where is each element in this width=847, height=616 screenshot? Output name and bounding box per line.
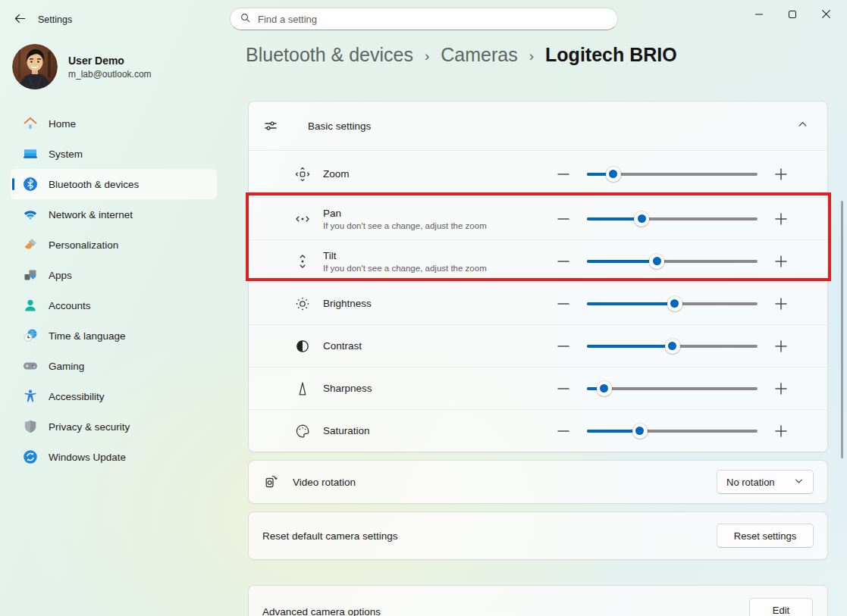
search-box[interactable] — [230, 8, 618, 30]
close-button[interactable] — [809, 3, 842, 27]
sidebar-item-gaming[interactable]: Gaming — [11, 351, 217, 381]
video-rotation-selected: No rotation — [726, 477, 775, 488]
basic-settings-header[interactable]: Basic settings — [249, 102, 827, 150]
breadcrumb-separator: › — [425, 48, 429, 64]
decrease-button[interactable] — [555, 253, 572, 270]
slider-thumb[interactable] — [667, 296, 682, 311]
breadcrumb-bluetooth-devices[interactable]: Bluetooth & devices — [246, 44, 413, 66]
sidebar-item-label: Windows Update — [49, 452, 126, 463]
close-icon — [821, 9, 831, 21]
sidebar-item-label: Privacy & security — [49, 421, 130, 433]
setting-row-tilt: Tilt If you don't see a change, adjust t… — [249, 239, 827, 282]
slider-track[interactable] — [587, 254, 758, 269]
increase-button[interactable] — [773, 338, 789, 355]
breadcrumb-cameras[interactable]: Cameras — [441, 44, 517, 66]
decrease-button[interactable] — [555, 423, 572, 439]
sharpness-icon — [294, 380, 311, 397]
chevron-up-icon — [797, 119, 808, 133]
sidebar-item-accounts[interactable]: Accounts — [11, 290, 217, 321]
increase-button[interactable] — [773, 253, 789, 270]
breadcrumb: Bluetooth & devices › Cameras › Logitech… — [246, 44, 677, 66]
video-rotation-icon — [262, 474, 279, 490]
saturation-icon — [294, 423, 311, 439]
setting-row-zoom: Zoom — [249, 150, 827, 197]
windows-update-icon — [23, 449, 38, 464]
tilt-icon — [294, 253, 311, 270]
slider-thumb[interactable] — [632, 424, 648, 439]
collapse-button[interactable] — [797, 119, 808, 133]
slider-control — [555, 166, 827, 183]
back-button[interactable] — [10, 10, 30, 30]
slider-thumb[interactable] — [606, 167, 621, 182]
increase-button[interactable] — [773, 423, 789, 439]
slider-control — [555, 211, 827, 227]
slider-fill — [587, 260, 657, 263]
decrease-button[interactable] — [555, 211, 572, 227]
setting-label: Saturation — [323, 425, 370, 436]
setting-label: Tilt — [323, 250, 487, 261]
slider-thumb[interactable] — [665, 339, 680, 354]
sidebar-item-personalization[interactable]: Personalization — [11, 230, 217, 260]
sidebar-item-privacy-security[interactable]: Privacy & security — [11, 411, 217, 442]
increase-button[interactable] — [773, 166, 789, 183]
vertical-scrollbar[interactable] — [841, 201, 843, 458]
slider-thumb[interactable] — [597, 381, 612, 396]
increase-button[interactable] — [773, 380, 789, 397]
decrease-button[interactable] — [555, 380, 572, 397]
search-input[interactable] — [258, 14, 608, 25]
time-language-icon — [23, 328, 38, 343]
sidebar-item-label: Bluetooth & devices — [49, 179, 139, 190]
video-rotation-dropdown[interactable]: No rotation — [717, 470, 814, 494]
increase-button[interactable] — [773, 211, 789, 227]
advanced-options-card: Advanced camera options Edit — [248, 585, 828, 616]
slider-track[interactable] — [587, 167, 758, 182]
slider-thumb[interactable] — [649, 254, 664, 269]
maximize-button[interactable] — [776, 3, 809, 27]
decrease-button[interactable] — [555, 166, 572, 183]
reset-label: Reset default camera settings — [262, 530, 398, 542]
reset-settings-button[interactable]: Reset settings — [717, 524, 814, 548]
minimize-button[interactable] — [742, 3, 776, 27]
slider-track[interactable] — [587, 381, 758, 396]
page-title: Logitech BRIO — [545, 44, 677, 66]
sidebar-item-label: Apps — [49, 270, 72, 281]
sidebar-item-apps[interactable]: Apps — [11, 260, 217, 290]
sidebar-nav: Home System Bluetooth & devices Network … — [0, 108, 227, 472]
breadcrumb-separator: › — [529, 48, 534, 64]
setting-label: Sharpness — [323, 383, 372, 394]
sidebar-item-label: Time & language — [49, 330, 126, 342]
sidebar-item-label: Gaming — [49, 361, 84, 372]
setting-row-contrast: Contrast — [249, 324, 827, 367]
sidebar-item-label: System — [49, 149, 83, 160]
slider-control — [555, 253, 827, 270]
increase-button[interactable] — [773, 295, 789, 312]
slider-track[interactable] — [587, 424, 758, 439]
accessibility-icon — [23, 389, 38, 404]
sidebar-item-bluetooth-devices[interactable]: Bluetooth & devices — [11, 169, 217, 199]
slider-thumb[interactable] — [634, 211, 649, 227]
sidebar-item-system[interactable]: System — [11, 139, 217, 169]
basic-settings-title: Basic settings — [308, 120, 371, 132]
slider-control — [555, 423, 827, 439]
setting-label: Contrast — [323, 340, 362, 352]
user-profile[interactable]: User Demo m_lab@outlook.com — [12, 44, 152, 89]
sidebar-item-windows-update[interactable]: Windows Update — [11, 442, 217, 472]
user-name: User Demo — [68, 55, 152, 67]
setting-label: Zoom — [323, 168, 350, 180]
edit-button[interactable]: Edit — [749, 598, 813, 616]
sidebar-item-label: Accessibility — [49, 391, 105, 402]
sidebar-item-network-internet[interactable]: Network & internet — [11, 199, 217, 230]
slider-track[interactable] — [587, 296, 758, 311]
decrease-button[interactable] — [555, 338, 572, 355]
pan-icon — [294, 211, 311, 227]
slider-track[interactable] — [587, 339, 758, 354]
apps-icon — [23, 267, 38, 283]
slider-track[interactable] — [587, 211, 758, 227]
setting-label: Pan — [323, 208, 487, 219]
home-icon — [23, 116, 38, 131]
chevron-down-icon — [794, 476, 804, 488]
decrease-button[interactable] — [555, 295, 572, 312]
sidebar-item-time-language[interactable]: Time & language — [11, 321, 217, 351]
sidebar-item-home[interactable]: Home — [11, 108, 217, 139]
sidebar-item-accessibility[interactable]: Accessibility — [11, 381, 217, 411]
